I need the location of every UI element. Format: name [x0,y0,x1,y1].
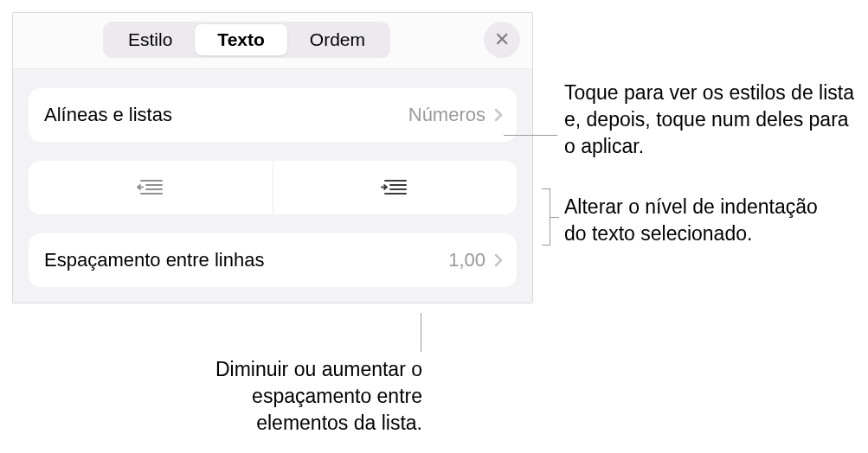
leader-line [504,135,557,136]
leader-line [421,313,421,352]
indent-icon [380,178,409,197]
tab-ordem[interactable]: Ordem [287,24,388,55]
bullets-lists-value: Números [408,104,485,126]
indent-row [29,161,517,214]
leader-bracket [542,188,550,246]
indent-button[interactable] [273,161,518,214]
bullets-lists-label: Alíneas e listas [44,104,408,126]
line-spacing-label: Espaçamento entre linhas [44,249,448,271]
bullets-lists-row[interactable]: Alíneas e listas Números [29,88,517,142]
panel-content: Alíneas e listas Números [13,69,532,303]
format-panel: Estilo Texto Ordem ✕ Alíneas e listas Nú… [12,12,533,303]
callout-list-styles: Toque para ver os estilos de lista e, de… [564,80,858,160]
line-spacing-value: 1,00 [448,249,485,271]
callout-line-spacing: Diminuir ou aumentar o espaçamento entre… [173,356,422,437]
tab-estilo[interactable]: Estilo [106,24,195,55]
close-icon: ✕ [494,29,510,51]
tab-texto[interactable]: Texto [195,24,286,55]
chevron-right-icon [494,253,503,267]
segmented-control: Estilo Texto Ordem [103,22,390,58]
chevron-right-icon [494,108,503,122]
callout-indent-level: Alterar o nível de indentação do texto s… [564,194,824,247]
line-spacing-row[interactable]: Espaçamento entre linhas 1,00 [29,233,517,287]
panel-header: Estilo Texto Ordem ✕ [13,13,532,69]
leader-line [550,217,559,218]
outdent-icon [136,178,165,197]
outdent-button[interactable] [29,161,273,214]
close-button[interactable]: ✕ [484,22,520,58]
